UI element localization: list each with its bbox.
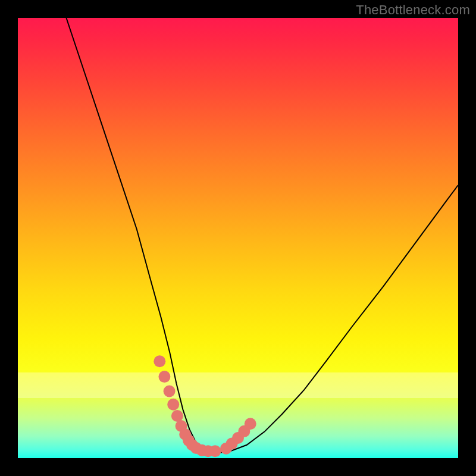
data-point bbox=[164, 386, 176, 397]
data-point bbox=[167, 399, 179, 411]
chart-frame: TheBottleneck.com bbox=[0, 0, 476, 476]
chart-svg bbox=[18, 18, 458, 458]
watermark-text: TheBottleneck.com bbox=[356, 2, 470, 18]
data-point bbox=[154, 355, 165, 367]
data-point bbox=[245, 418, 256, 430]
data-point bbox=[158, 371, 170, 383]
plot-area bbox=[18, 18, 458, 458]
curve-path bbox=[66, 18, 458, 453]
data-point bbox=[171, 410, 183, 422]
data-point bbox=[209, 445, 221, 457]
